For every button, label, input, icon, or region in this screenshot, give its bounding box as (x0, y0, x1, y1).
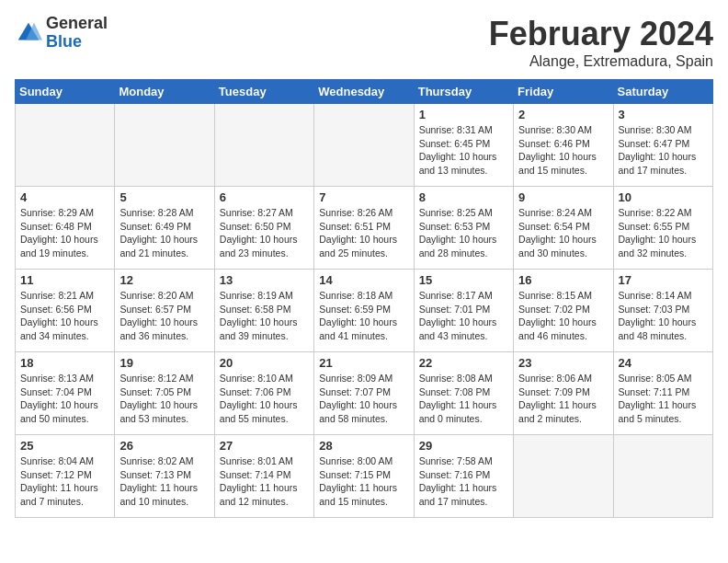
calendar-cell: 28Sunrise: 8:00 AM Sunset: 7:15 PM Dayli… (314, 435, 414, 518)
day-number: 1 (419, 108, 508, 121)
page-header: General Blue February 2024 Alange, Extre… (15, 15, 713, 70)
calendar-header-saturday: Saturday (613, 80, 712, 104)
day-number: 28 (319, 439, 408, 453)
day-info: Sunrise: 8:12 AM Sunset: 7:05 PM Dayligh… (119, 372, 209, 426)
day-number: 10 (619, 190, 708, 204)
calendar-cell: 1Sunrise: 8:31 AM Sunset: 6:45 PM Daylig… (414, 104, 513, 187)
day-info: Sunrise: 8:30 AM Sunset: 6:46 PM Dayligh… (518, 123, 608, 178)
calendar-cell: 18Sunrise: 8:13 AM Sunset: 7:04 PM Dayli… (16, 352, 115, 435)
day-info: Sunrise: 8:01 AM Sunset: 7:14 PM Dayligh… (220, 454, 309, 509)
day-number: 2 (518, 108, 608, 121)
day-info: Sunrise: 8:27 AM Sunset: 6:50 PM Dayligh… (220, 206, 309, 260)
day-number: 21 (319, 356, 408, 370)
day-number: 4 (20, 190, 109, 204)
logo-icon (15, 19, 42, 47)
day-info: Sunrise: 8:31 AM Sunset: 6:45 PM Dayligh… (419, 123, 508, 178)
calendar-cell: 6Sunrise: 8:27 AM Sunset: 6:50 PM Daylig… (214, 187, 313, 270)
calendar-cell: 3Sunrise: 8:30 AM Sunset: 6:47 PM Daylig… (613, 104, 712, 187)
calendar-header-thursday: Thursday (414, 80, 513, 104)
calendar-cell: 16Sunrise: 8:15 AM Sunset: 7:02 PM Dayli… (514, 270, 613, 352)
day-number: 5 (119, 190, 209, 204)
day-number: 7 (319, 190, 408, 204)
calendar-header-friday: Friday (514, 80, 613, 104)
day-info: Sunrise: 7:58 AM Sunset: 7:16 PM Dayligh… (419, 454, 508, 509)
calendar-cell (115, 104, 214, 187)
calendar-cell: 23Sunrise: 8:06 AM Sunset: 7:09 PM Dayli… (514, 352, 613, 435)
calendar-cell: 17Sunrise: 8:14 AM Sunset: 7:03 PM Dayli… (613, 270, 712, 352)
day-info: Sunrise: 8:17 AM Sunset: 7:01 PM Dayligh… (419, 289, 508, 343)
day-number: 26 (119, 439, 209, 453)
day-number: 14 (319, 273, 408, 287)
day-info: Sunrise: 8:15 AM Sunset: 7:02 PM Dayligh… (518, 289, 608, 343)
day-number: 15 (419, 273, 508, 287)
day-info: Sunrise: 8:18 AM Sunset: 6:59 PM Dayligh… (319, 289, 408, 343)
calendar-cell: 24Sunrise: 8:05 AM Sunset: 7:11 PM Dayli… (613, 352, 712, 435)
calendar-cell: 26Sunrise: 8:02 AM Sunset: 7:13 PM Dayli… (115, 435, 214, 518)
day-info: Sunrise: 8:30 AM Sunset: 6:47 PM Dayligh… (619, 123, 708, 178)
calendar-header-row: SundayMondayTuesdayWednesdayThursdayFrid… (16, 80, 713, 104)
calendar-cell: 2Sunrise: 8:30 AM Sunset: 6:46 PM Daylig… (514, 104, 613, 187)
calendar-cell: 20Sunrise: 8:10 AM Sunset: 7:06 PM Dayli… (214, 352, 313, 435)
day-number: 29 (419, 439, 508, 453)
calendar-cell (314, 104, 414, 187)
day-info: Sunrise: 8:28 AM Sunset: 6:49 PM Dayligh… (119, 206, 209, 260)
location-title: Alange, Extremadura, Spain (489, 53, 713, 70)
calendar-cell: 15Sunrise: 8:17 AM Sunset: 7:01 PM Dayli… (414, 270, 513, 352)
day-info: Sunrise: 8:22 AM Sunset: 6:55 PM Dayligh… (619, 206, 708, 260)
day-number: 19 (119, 356, 209, 370)
calendar-cell (16, 104, 115, 187)
day-info: Sunrise: 8:26 AM Sunset: 6:51 PM Dayligh… (319, 206, 408, 260)
day-number: 8 (419, 190, 508, 204)
day-number: 13 (220, 273, 309, 287)
day-info: Sunrise: 8:21 AM Sunset: 6:56 PM Dayligh… (20, 289, 109, 343)
day-info: Sunrise: 8:06 AM Sunset: 7:09 PM Dayligh… (518, 372, 608, 426)
day-info: Sunrise: 8:14 AM Sunset: 7:03 PM Dayligh… (619, 289, 708, 343)
day-info: Sunrise: 8:24 AM Sunset: 6:54 PM Dayligh… (518, 206, 608, 260)
calendar-cell: 5Sunrise: 8:28 AM Sunset: 6:49 PM Daylig… (115, 187, 214, 270)
day-number: 9 (518, 190, 608, 204)
day-number: 20 (220, 356, 309, 370)
calendar-cell: 25Sunrise: 8:04 AM Sunset: 7:12 PM Dayli… (16, 435, 115, 518)
calendar-cell: 29Sunrise: 7:58 AM Sunset: 7:16 PM Dayli… (414, 435, 513, 518)
logo-blue: Blue (46, 33, 108, 52)
day-info: Sunrise: 8:13 AM Sunset: 7:04 PM Dayligh… (20, 372, 109, 426)
calendar-header-sunday: Sunday (16, 80, 115, 104)
day-number: 11 (20, 273, 109, 287)
calendar-week-1: 4Sunrise: 8:29 AM Sunset: 6:48 PM Daylig… (16, 187, 713, 270)
calendar-week-2: 11Sunrise: 8:21 AM Sunset: 6:56 PM Dayli… (16, 270, 713, 352)
calendar-cell: 8Sunrise: 8:25 AM Sunset: 6:53 PM Daylig… (414, 187, 513, 270)
title-area: February 2024 Alange, Extremadura, Spain (489, 15, 713, 70)
calendar-cell: 9Sunrise: 8:24 AM Sunset: 6:54 PM Daylig… (514, 187, 613, 270)
day-info: Sunrise: 8:02 AM Sunset: 7:13 PM Dayligh… (119, 454, 209, 509)
day-info: Sunrise: 8:00 AM Sunset: 7:15 PM Dayligh… (319, 454, 408, 509)
day-info: Sunrise: 8:25 AM Sunset: 6:53 PM Dayligh… (419, 206, 508, 260)
calendar-body: 1Sunrise: 8:31 AM Sunset: 6:45 PM Daylig… (16, 104, 713, 518)
day-info: Sunrise: 8:05 AM Sunset: 7:11 PM Dayligh… (619, 372, 708, 426)
calendar-table: SundayMondayTuesdayWednesdayThursdayFrid… (15, 79, 713, 518)
calendar-cell: 7Sunrise: 8:26 AM Sunset: 6:51 PM Daylig… (314, 187, 414, 270)
day-number: 3 (619, 108, 708, 121)
day-number: 12 (119, 273, 209, 287)
calendar-cell: 13Sunrise: 8:19 AM Sunset: 6:58 PM Dayli… (214, 270, 313, 352)
day-number: 17 (619, 273, 708, 287)
day-number: 24 (619, 356, 708, 370)
calendar-header-wednesday: Wednesday (314, 80, 414, 104)
day-info: Sunrise: 8:09 AM Sunset: 7:07 PM Dayligh… (319, 372, 408, 426)
calendar-cell (514, 435, 613, 518)
day-number: 23 (518, 356, 608, 370)
calendar-header-tuesday: Tuesday (214, 80, 313, 104)
day-number: 22 (419, 356, 508, 370)
calendar-week-4: 25Sunrise: 8:04 AM Sunset: 7:12 PM Dayli… (16, 435, 713, 518)
day-number: 25 (20, 439, 109, 453)
calendar-cell: 19Sunrise: 8:12 AM Sunset: 7:05 PM Dayli… (115, 352, 214, 435)
day-info: Sunrise: 8:04 AM Sunset: 7:12 PM Dayligh… (20, 454, 109, 509)
calendar-cell: 14Sunrise: 8:18 AM Sunset: 6:59 PM Dayli… (314, 270, 414, 352)
day-info: Sunrise: 8:29 AM Sunset: 6:48 PM Dayligh… (20, 206, 109, 260)
calendar-cell: 10Sunrise: 8:22 AM Sunset: 6:55 PM Dayli… (613, 187, 712, 270)
calendar-cell: 27Sunrise: 8:01 AM Sunset: 7:14 PM Dayli… (214, 435, 313, 518)
logo-general: General (46, 15, 108, 33)
calendar-cell: 11Sunrise: 8:21 AM Sunset: 6:56 PM Dayli… (16, 270, 115, 352)
calendar-cell (214, 104, 313, 187)
calendar-cell: 4Sunrise: 8:29 AM Sunset: 6:48 PM Daylig… (16, 187, 115, 270)
calendar-week-3: 18Sunrise: 8:13 AM Sunset: 7:04 PM Dayli… (16, 352, 713, 435)
